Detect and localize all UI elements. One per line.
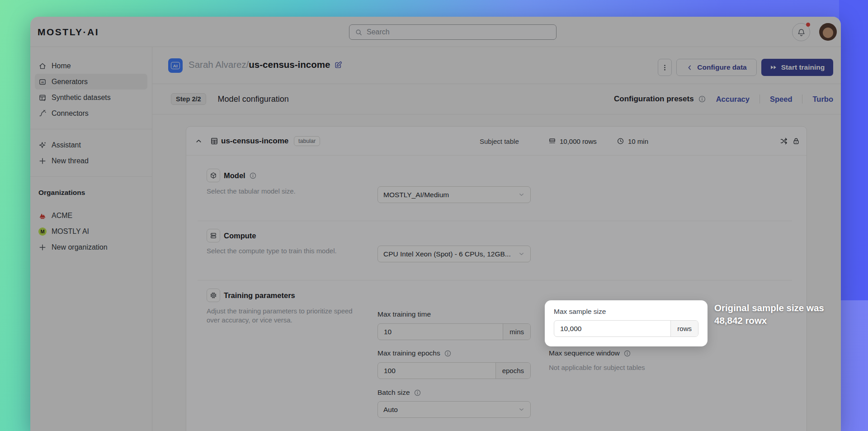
rows-icon [548, 137, 556, 145]
sidebar-item-label: Home [52, 62, 71, 70]
sidebar-item-label: Synthetic datasets [52, 94, 111, 102]
card-header: us-census-income tabular Subject table 1… [186, 127, 807, 156]
preset-speed[interactable]: Speed [770, 95, 793, 104]
organizations-heading: Organizations [30, 189, 152, 197]
max-training-epochs-unit: epochs [495, 363, 530, 379]
lock-icon[interactable] [792, 137, 800, 145]
project-name: us-census-income [249, 59, 330, 70]
page-header: AI Sarah Alvarez/us-census-income Config… [152, 47, 841, 84]
compute-section-icon [207, 229, 220, 242]
sidebar-item-connectors[interactable]: Connectors [35, 105, 147, 121]
search-bar[interactable] [349, 24, 557, 40]
connectors-icon [38, 109, 47, 118]
compute-select[interactable]: CPU Intel Xeon (Spot) - 6 CPUs, 12GB... [377, 246, 531, 262]
max-sample-size-spotlight: Max sample size rows [545, 300, 708, 346]
synthetic-datasets-icon [38, 94, 47, 102]
start-training-button[interactable]: Start training [761, 59, 833, 76]
background-accent-strip-lower [839, 300, 868, 431]
tour-tooltip: Original sample size was 48,842 rowx [714, 302, 841, 327]
table-icon [210, 137, 218, 145]
max-sequence-window-note: Not applicable for subject tables [549, 364, 645, 371]
search-input[interactable] [367, 28, 551, 36]
clock-icon [617, 137, 624, 145]
preset-divider [802, 95, 802, 104]
time-meta: 10 min [617, 137, 648, 145]
sidebar-item-home[interactable]: Home [35, 58, 147, 74]
sidebar-item-assistant[interactable]: Assistant [35, 137, 147, 153]
step-bar: Step 2/2 Model configuration Configurati… [152, 84, 841, 114]
chevron-left-icon [686, 64, 693, 71]
preset-accuracy[interactable]: Accuracy [716, 95, 750, 104]
max-training-time-field: mins [377, 323, 531, 340]
tooltip-line-2: 48,842 rowx [714, 314, 841, 327]
acme-logo-icon [38, 212, 47, 220]
max-sample-size-label: Max sample size [554, 307, 698, 316]
batch-size-select[interactable]: Auto [377, 401, 531, 418]
home-icon [38, 62, 47, 70]
notification-dot [806, 23, 810, 27]
sidebar-item-label: New organization [52, 243, 108, 251]
chevron-down-icon [518, 191, 525, 198]
sidebar: Home AI Generators Synthetic datasets Co… [30, 47, 152, 431]
max-training-epochs-label: Max training epochs [377, 349, 452, 358]
sidebar-item-label: MOSTLY AI [52, 227, 89, 236]
info-icon[interactable] [698, 95, 706, 103]
max-training-epochs-input[interactable] [378, 363, 495, 379]
max-training-time-input[interactable] [378, 324, 503, 340]
info-icon[interactable] [623, 350, 631, 357]
project-owner: Sarah Alvarez/ [189, 59, 249, 70]
sidebar-item-label: ACME [52, 212, 72, 220]
presets-label: Configuration presets [614, 95, 706, 104]
bell-icon [797, 28, 806, 37]
generators-icon: AI [38, 78, 47, 86]
max-training-epochs-field: epochs [377, 362, 531, 379]
chevron-down-icon [518, 251, 525, 257]
main-content: AI Sarah Alvarez/us-census-income Config… [152, 47, 841, 431]
info-icon[interactable] [444, 350, 452, 357]
sidebar-item-label: Assistant [52, 141, 81, 149]
sidebar-item-org-mostly-ai[interactable]: M MOSTLY AI [35, 223, 147, 239]
notifications-button[interactable] [792, 23, 810, 41]
training-section-description: Adjust the training parameters to priori… [207, 307, 363, 325]
max-sample-size-field: rows [554, 320, 698, 337]
more-actions-button[interactable] [658, 59, 672, 76]
table-config-card: us-census-income tabular Subject table 1… [186, 126, 807, 431]
sidebar-item-synthetic-datasets[interactable]: Synthetic datasets [35, 90, 147, 105]
shuffle-icon[interactable] [780, 137, 788, 145]
compute-section-title: Compute [224, 229, 256, 242]
edit-pencil-icon[interactable] [334, 61, 343, 69]
max-sample-size-unit: rows [670, 321, 698, 336]
max-sample-size-input[interactable] [554, 321, 670, 336]
plus-icon [38, 157, 47, 165]
sidebar-item-label: Generators [52, 78, 88, 86]
mostly-ai-org-icon: M [38, 227, 47, 236]
collapse-chevron-up-icon[interactable] [195, 137, 203, 145]
svg-text:AI: AI [41, 81, 44, 83]
sidebar-item-new-organization[interactable]: New organization [35, 239, 147, 255]
header-actions: Configure data Start training [658, 59, 833, 76]
chevron-down-icon [518, 406, 525, 413]
model-section-title: Model [224, 169, 257, 182]
sidebar-item-org-acme[interactable]: ACME [35, 208, 147, 223]
configure-data-button[interactable]: Configure data [676, 59, 757, 76]
sidebar-divider [30, 129, 152, 129]
info-icon[interactable] [249, 172, 257, 180]
user-avatar[interactable] [819, 23, 837, 41]
section-divider [198, 221, 792, 221]
preset-turbo[interactable]: Turbo [812, 95, 833, 104]
model-select[interactable]: MOSTLY_AI/Medium [377, 186, 531, 203]
step-badge: Step 2/2 [171, 93, 206, 105]
info-icon[interactable] [414, 389, 421, 397]
rows-meta: 10,000 rows [548, 137, 597, 145]
sidebar-item-new-thread[interactable]: New thread [35, 153, 147, 169]
table-type-badge: tabular [294, 136, 320, 146]
model-section-icon [207, 169, 220, 182]
compute-section-description: Select the compute type to train this mo… [207, 246, 337, 256]
card-table-name: us-census-income [221, 137, 288, 146]
sidebar-item-generators[interactable]: AI Generators [35, 74, 147, 90]
plus-icon [38, 243, 47, 251]
step-title: Model configuration [218, 95, 289, 104]
assistant-sparkle-icon [38, 141, 47, 149]
sidebar-item-label: Connectors [52, 109, 89, 118]
batch-size-label: Batch size [377, 388, 421, 397]
